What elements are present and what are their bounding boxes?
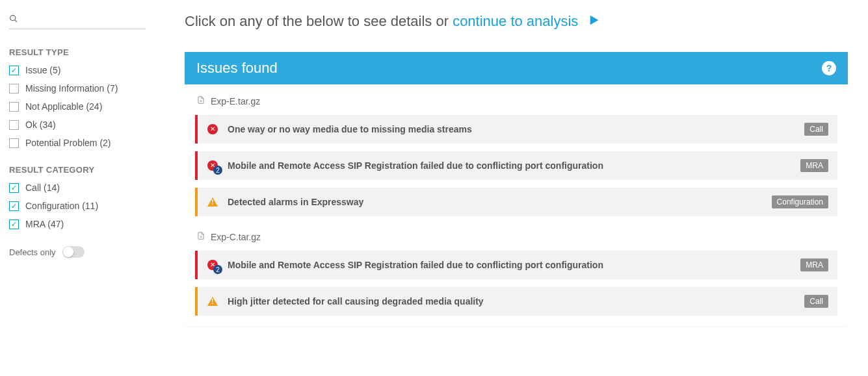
checkbox-icon — [9, 138, 19, 148]
issues-panel-title: Issues found — [196, 60, 278, 77]
intro-text: Click on any of the below to see details… — [185, 13, 848, 30]
issue-count-badge: 2 — [213, 166, 222, 175]
result-category-item[interactable]: ✓MRA (47) — [9, 219, 146, 229]
issue-title: High jitter detected for call causing de… — [228, 296, 804, 307]
checkbox-icon: ✓ — [9, 183, 19, 193]
result-type-heading: RESULT TYPE — [9, 47, 146, 57]
svg-point-0 — [10, 16, 16, 21]
svg-marker-2 — [590, 16, 599, 25]
issue-title: Detected alarms in Expressway — [228, 197, 772, 207]
issue-row[interactable]: Detected alarms in ExpresswayConfigurati… — [195, 188, 837, 216]
issue-title: Mobile and Remote Access SIP Registratio… — [228, 260, 800, 270]
defects-only-label: Defects only — [9, 247, 56, 257]
error-icon: ✕ — [205, 124, 220, 134]
issue-row[interactable]: ✕2Mobile and Remote Access SIP Registrat… — [195, 151, 837, 180]
category-tag: MRA — [800, 258, 828, 271]
error-icon: ✕2 — [205, 160, 220, 171]
category-tag: Call — [804, 295, 828, 308]
group-file-row: Exp-E.tar.gz — [196, 95, 837, 107]
search-input[interactable] — [9, 13, 146, 26]
x-icon: ✕ — [207, 124, 218, 134]
intro-prefix: Click on any of the below to see details… — [185, 13, 453, 29]
group-file-name: Exp-E.tar.gz — [211, 96, 260, 107]
issue-count-badge: 2 — [213, 265, 222, 274]
category-tag: Call — [804, 123, 828, 136]
triangle-icon — [207, 197, 218, 207]
issues-panel-header: Issues found ? — [185, 52, 848, 84]
checkbox-icon: ✓ — [9, 219, 19, 229]
result-category-item[interactable]: ✓Configuration (11) — [9, 201, 146, 211]
filter-label: Call (14) — [25, 182, 60, 193]
warning-icon — [205, 297, 220, 306]
category-tag: Configuration — [772, 195, 828, 208]
checkbox-icon — [9, 84, 19, 94]
triangle-icon — [207, 297, 218, 306]
result-category-heading: RESULT CATEGORY — [9, 165, 146, 175]
warning-icon — [205, 197, 220, 207]
file-icon — [196, 95, 205, 107]
issue-title: One way or no way media due to missing m… — [228, 124, 804, 134]
result-type-item[interactable]: Missing Information (7) — [9, 83, 146, 94]
issue-row[interactable]: ✕2Mobile and Remote Access SIP Registrat… — [195, 251, 837, 279]
filter-label: Potential Problem (2) — [25, 138, 111, 148]
defects-only-row: Defects only — [9, 246, 146, 258]
group-file-row: Exp-C.tar.gz — [196, 231, 837, 243]
issue-row[interactable]: High jitter detected for call causing de… — [195, 287, 837, 316]
continue-to-analysis-link[interactable]: continue to analysis — [453, 13, 578, 29]
filter-label: Configuration (11) — [25, 201, 98, 211]
issue-row[interactable]: ✕One way or no way media due to missing … — [195, 115, 837, 144]
checkbox-icon: ✓ — [9, 201, 19, 211]
sidebar: RESULT TYPE ✓Issue (5)Missing Informatio… — [9, 13, 146, 326]
filter-label: MRA (47) — [25, 219, 64, 229]
result-category-item[interactable]: ✓Call (14) — [9, 182, 146, 193]
error-icon: ✕2 — [205, 260, 220, 270]
result-type-item[interactable]: ✓Issue (5) — [9, 65, 146, 75]
toggle-knob — [63, 247, 73, 257]
result-type-list: ✓Issue (5)Missing Information (7)Not App… — [9, 65, 146, 148]
filter-label: Missing Information (7) — [25, 83, 118, 94]
result-category-list: ✓Call (14)✓Configuration (11)✓MRA (47) — [9, 182, 146, 229]
help-icon[interactable]: ? — [822, 61, 836, 75]
issue-group: Exp-C.tar.gz✕2Mobile and Remote Access S… — [195, 231, 837, 316]
result-type-item[interactable]: Ok (34) — [9, 119, 146, 130]
main-content: Click on any of the below to see details… — [185, 13, 848, 326]
search-icon — [9, 14, 18, 25]
issues-panel-body: Exp-E.tar.gz✕One way or no way media due… — [185, 84, 848, 326]
file-icon — [196, 231, 205, 243]
issue-group: Exp-E.tar.gz✕One way or no way media due… — [195, 95, 837, 216]
filter-label: Ok (34) — [25, 119, 56, 130]
defects-only-toggle[interactable] — [62, 246, 85, 258]
result-type-item[interactable]: Potential Problem (2) — [9, 138, 146, 148]
checkbox-icon — [9, 120, 19, 130]
play-icon[interactable] — [588, 13, 600, 30]
issue-title: Mobile and Remote Access SIP Registratio… — [228, 160, 800, 171]
category-tag: MRA — [800, 159, 828, 172]
checkbox-icon — [9, 102, 19, 112]
issues-panel: Issues found ? Exp-E.tar.gz✕One way or n… — [185, 52, 848, 326]
filter-label: Not Applicable (24) — [25, 101, 102, 112]
group-file-name: Exp-C.tar.gz — [211, 232, 261, 242]
result-type-item[interactable]: Not Applicable (24) — [9, 101, 146, 112]
filter-label: Issue (5) — [25, 65, 60, 75]
search-field-wrap — [9, 13, 146, 29]
svg-line-1 — [15, 20, 17, 22]
checkbox-icon: ✓ — [9, 66, 19, 75]
